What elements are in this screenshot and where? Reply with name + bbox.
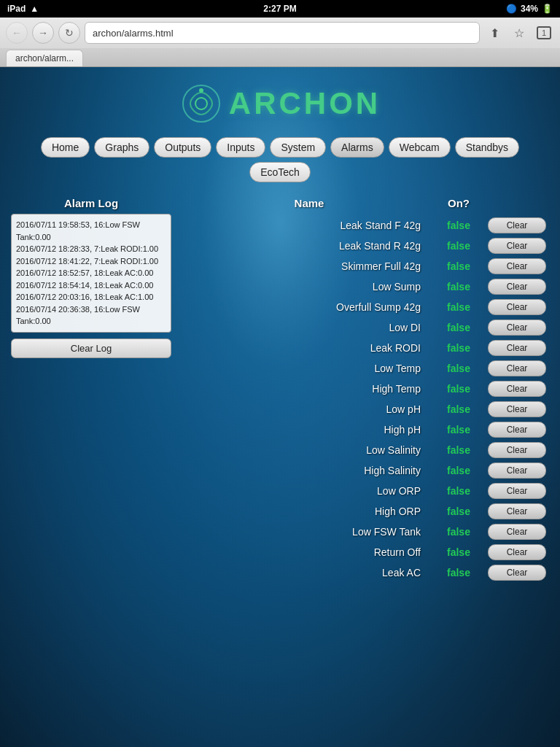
back-button[interactable]: ← — [6, 22, 28, 44]
alarm-name-label: Low ORP — [189, 485, 429, 497]
svg-point-1 — [195, 98, 207, 109]
alarm-clear-button[interactable]: Clear — [488, 565, 546, 581]
tab-bar: archon/alarm... — [0, 48, 560, 66]
wifi-icon: ▲ — [30, 4, 39, 14]
nav-item-graphs[interactable]: Graphs — [94, 137, 149, 158]
alarm-table-header: Name On? — [186, 197, 549, 215]
time-label: 2:27 PM — [263, 4, 296, 14]
alarm-status-value: false — [429, 240, 488, 252]
nav-item-alarms[interactable]: Alarms — [330, 137, 384, 158]
alarm-name-label: Leak AC — [189, 567, 429, 578]
battery-icon: 🔋 — [542, 4, 553, 14]
url-text: archon/alarms.html — [93, 28, 174, 39]
alarm-log-title: Alarm Log — [11, 197, 171, 209]
alarm-row: Low DIfalseClear — [186, 317, 549, 338]
alarm-clear-button[interactable]: Clear — [488, 299, 546, 315]
address-bar[interactable]: archon/alarms.html — [85, 22, 480, 44]
col-on-header: On? — [429, 197, 488, 209]
alarm-status-value: false — [429, 403, 488, 415]
alarm-clear-button[interactable]: Clear — [488, 401, 546, 417]
alarm-name-label: High pH — [189, 424, 429, 436]
alarm-row: Low TempfalseClear — [186, 358, 549, 379]
logo-container: ARCHON — [11, 82, 549, 125]
col-name-header: Name — [189, 197, 429, 209]
alarm-name-label: Low pH — [189, 403, 429, 415]
nav-item-outputs[interactable]: Outputs — [154, 137, 211, 158]
alarm-status-value: false — [429, 220, 488, 231]
alarm-status-value: false — [429, 465, 488, 476]
alarm-status-value: false — [429, 526, 488, 538]
alarm-clear-button[interactable]: Clear — [488, 462, 546, 479]
nav-item-system[interactable]: System — [270, 137, 326, 158]
alarm-name-label: Leak Stand R 42g — [189, 240, 429, 252]
alarm-clear-button[interactable]: Clear — [488, 442, 546, 458]
nav-item-ecotech[interactable]: EcoTech — [249, 162, 311, 182]
alarm-clear-button[interactable]: Clear — [488, 544, 546, 560]
alarm-row: Return OfffalseClear — [186, 542, 549, 562]
alarm-clear-button[interactable]: Clear — [488, 422, 546, 438]
clear-log-button[interactable]: Clear Log — [11, 338, 171, 358]
logo-text: ARCHON — [229, 86, 381, 121]
nav-item-webcam[interactable]: Webcam — [389, 137, 451, 158]
alarm-clear-button[interactable]: Clear — [488, 360, 546, 376]
alarm-name-label: Low Temp — [189, 363, 429, 374]
alarm-clear-button[interactable]: Clear — [488, 340, 546, 356]
alarm-status-value: false — [429, 342, 488, 354]
nav-item-standbys[interactable]: Standbys — [455, 137, 519, 158]
nav-item-home[interactable]: Home — [41, 137, 90, 158]
alarm-clear-button[interactable]: Clear — [488, 381, 546, 397]
browser-tab[interactable]: archon/alarm... — [6, 50, 83, 66]
nav-item-inputs[interactable]: Inputs — [216, 137, 265, 158]
alarm-name-label: Low Sump — [189, 281, 429, 293]
alarm-log-entry: 2016/07/12 20:03:16, 18:Leak AC:1.00 — [16, 291, 166, 303]
alarm-name-label: Leak RODI — [189, 342, 429, 354]
alarm-row: Low ORPfalseClear — [186, 481, 549, 501]
alarm-status-value: false — [429, 383, 488, 395]
alarm-clear-button[interactable]: Clear — [488, 503, 546, 519]
alarm-status-value: false — [429, 546, 488, 558]
tabs-button[interactable]: 1 — [534, 23, 554, 43]
alarm-clear-button[interactable]: Clear — [488, 524, 546, 540]
alarm-name-label: Skimmer Full 42g — [189, 260, 429, 272]
archon-logo-icon — [179, 82, 223, 125]
alarm-clear-button[interactable]: Clear — [488, 320, 546, 336]
alarm-name-label: Low FSW Tank — [189, 526, 429, 538]
svg-point-2 — [199, 88, 203, 93]
share-button[interactable]: ⬆ — [484, 23, 505, 43]
alarm-status-value: false — [429, 485, 488, 497]
bookmark-button[interactable]: ☆ — [509, 23, 529, 43]
alarm-row: High pHfalseClear — [186, 419, 549, 440]
nav-row2: EcoTech — [11, 162, 549, 182]
alarm-row: Leak Stand F 42gfalseClear — [186, 215, 549, 236]
alarm-log-entry: 2016/07/12 18:54:14, 18:Leak AC:0.00 — [16, 279, 166, 292]
bluetooth-icon: 🔵 — [506, 4, 517, 14]
alarm-table: Name On? Leak Stand F 42gfalseClearLeak … — [186, 197, 549, 583]
alarm-row: Leak RODIfalseClear — [186, 338, 549, 358]
alarm-name-label: High ORP — [189, 506, 429, 517]
alarm-name-label: Leak Stand F 42g — [189, 220, 429, 231]
reload-button[interactable]: ↻ — [58, 22, 80, 44]
main-content: ARCHON HomeGraphsOutputsInputsSystemAlar… — [0, 67, 560, 597]
alarm-row: Skimmer Full 42gfalseClear — [186, 256, 549, 276]
alarm-clear-button[interactable]: Clear — [488, 279, 546, 295]
alarm-status-value: false — [429, 506, 488, 517]
alarm-clear-button[interactable]: Clear — [488, 258, 546, 274]
alarm-status-value: false — [429, 567, 488, 578]
carrier-label: iPad — [7, 4, 26, 14]
alarm-log-box: 2016/07/11 19:58:53, 16:Low FSW Tank:0.0… — [11, 214, 171, 333]
alarm-status-value: false — [429, 301, 488, 313]
alarm-row: Low SalinityfalseClear — [186, 440, 549, 460]
forward-button[interactable]: → — [32, 22, 54, 44]
alarm-status-value: false — [429, 424, 488, 436]
alarm-name-label: Return Off — [189, 546, 429, 558]
alarm-status-value: false — [429, 281, 488, 293]
content-area: Alarm Log 2016/07/11 19:58:53, 16:Low FS… — [11, 197, 549, 583]
alarm-log-entry: 2016/07/14 20:36:38, 16:Low FSW Tank:0.0… — [16, 303, 166, 328]
alarm-name-label: Low Salinity — [189, 444, 429, 456]
alarm-clear-button[interactable]: Clear — [488, 483, 546, 499]
alarm-clear-button[interactable]: Clear — [488, 217, 546, 233]
nav-bar: HomeGraphsOutputsInputsSystemAlarmsWebca… — [11, 137, 549, 158]
alarm-clear-button[interactable]: Clear — [488, 238, 546, 254]
alarm-name-label: Low DI — [189, 322, 429, 333]
alarm-log-entry: 2016/07/12 18:41:22, 7:Leak RODI:1.00 — [16, 255, 166, 268]
